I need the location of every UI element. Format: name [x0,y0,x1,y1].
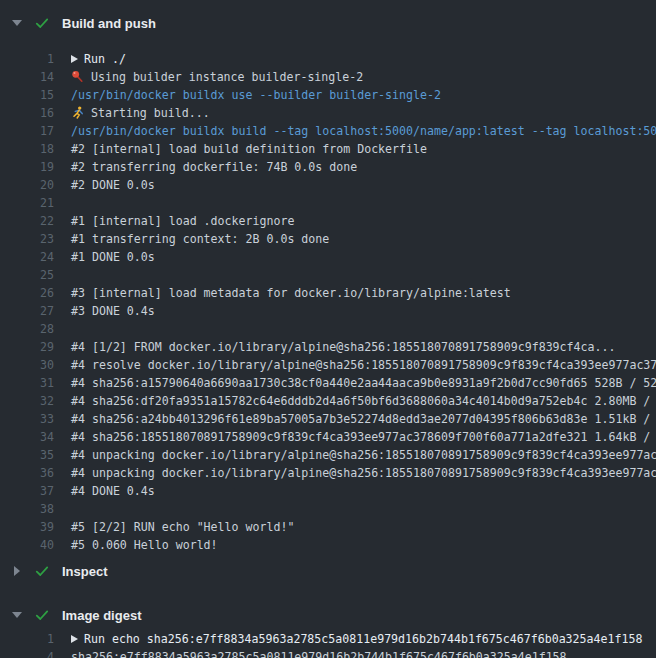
log-text: #2 DONE 0.0s [54,176,656,194]
log-text: #1 [internal] load .dockerignore [54,212,656,230]
line-number[interactable]: 26 [0,284,54,302]
expand-log-icon[interactable] [71,635,78,643]
log-line[interactable]: 1Run echo sha256:e7ff8834a5963a2785c5a08… [0,630,656,648]
log-line: 28 [0,320,656,338]
line-number[interactable]: 23 [0,230,54,248]
log-line: 37#4 DONE 0.4s [0,482,656,500]
section-title: Build and push [62,16,156,31]
line-number[interactable]: 34 [0,428,54,446]
line-number[interactable]: 4 [0,648,54,658]
log-line: 38 [0,500,656,518]
actions-log-viewer: Build and push 1Run ./14Using builder in… [0,0,656,658]
chevron-right-icon[interactable] [11,566,23,576]
log-line: 26#3 [internal] load metadata for docker… [0,284,656,302]
chevron-down-icon[interactable] [11,20,23,26]
line-number[interactable]: 27 [0,302,54,320]
line-number[interactable]: 21 [0,194,54,212]
line-number[interactable]: 40 [0,536,54,554]
log-text: #4 unpacking docker.io/library/alpine@sh… [54,446,656,464]
line-number[interactable]: 28 [0,320,54,338]
log-text: #4 DONE 0.4s [54,482,656,500]
section-title: Inspect [62,564,108,579]
log-text: #2 [internal] load build definition from… [54,140,656,158]
line-number[interactable]: 39 [0,518,54,536]
log-line: 32#4 sha256:df20fa9351a15782c64e6dddb2d4… [0,392,656,410]
log-text: Using builder instance builder-single-2 [54,68,656,86]
command-text: /usr/bin/docker buildx build --tag local… [54,122,656,140]
line-number[interactable]: 35 [0,446,54,464]
line-number[interactable]: 22 [0,212,54,230]
log-line: 4sha256:e7ff8834a5963a2785c5a0811e979d16… [0,648,656,658]
line-number[interactable]: 17 [0,122,54,140]
log-text: #4 [1/2] FROM docker.io/library/alpine@s… [54,338,656,356]
log-line: 34#4 sha256:185518070891758909c9f839cf4c… [0,428,656,446]
line-number[interactable]: 29 [0,338,54,356]
log-line: 22#1 [internal] load .dockerignore [0,212,656,230]
log-line: 21 [0,194,656,212]
command-text: /usr/bin/docker buildx use --builder bui… [54,86,656,104]
log-text: #5 [2/2] RUN echo "Hello world!" [54,518,656,536]
log-line: 14Using builder instance builder-single-… [0,68,656,86]
log-line: 19#2 transferring dockerfile: 74B 0.0s d… [0,158,656,176]
line-number[interactable]: 14 [0,68,54,86]
line-number[interactable]: 32 [0,392,54,410]
pushpin-icon [71,70,84,83]
section-header-build-and-push[interactable]: Build and push [0,0,656,38]
check-icon [34,607,50,623]
log-line: 18#2 [internal] load build definition fr… [0,140,656,158]
section-image-digest: Image digest 1Run echo sha256:e7ff8834a5… [0,604,656,658]
log-line: 25 [0,266,656,284]
section-build-and-push: Build and push 1Run ./14Using builder in… [0,0,656,554]
log-line: 16Starting build... [0,104,656,122]
log-line: 24#1 DONE 0.0s [0,248,656,266]
log-line: 29#4 [1/2] FROM docker.io/library/alpine… [0,338,656,356]
log-text: #4 sha256:df20fa9351a15782c64e6dddb2d4a6… [54,392,656,410]
section-title: Image digest [62,608,141,623]
line-number[interactable]: 1 [0,630,54,648]
log-line: 39#5 [2/2] RUN echo "Hello world!" [0,518,656,536]
check-icon [34,15,50,31]
line-number[interactable]: 31 [0,374,54,392]
log-text: #5 0.060 Hello world! [54,536,656,554]
log-lines: 1Run echo sha256:e7ff8834a5963a2785c5a08… [0,630,656,658]
log-line[interactable]: 1Run ./ [0,50,656,68]
log-text: #3 [internal] load metadata for docker.i… [54,284,656,302]
log-text: Starting build... [54,104,656,122]
log-line: 40#5 0.060 Hello world! [0,536,656,554]
expand-log-icon[interactable] [71,55,78,63]
line-number[interactable]: 38 [0,500,54,518]
line-number[interactable]: 15 [0,86,54,104]
log-text: #4 sha256:a15790640a6690aa1730c38cf0a440… [54,374,656,392]
section-header-inspect[interactable]: Inspect [0,560,656,582]
log-text: #2 transferring dockerfile: 74B 0.0s don… [54,158,656,176]
line-number[interactable]: 20 [0,176,54,194]
log-line: 23#1 transferring context: 2B 0.0s done [0,230,656,248]
log-text: #4 sha256:185518070891758909c9f839cf4ca3… [54,428,656,446]
log-line: 20#2 DONE 0.0s [0,176,656,194]
log-line: 33#4 sha256:a24bb4013296f61e89ba57005a7b… [0,410,656,428]
line-number[interactable]: 18 [0,140,54,158]
log-text [54,194,656,212]
run-command-text: Run echo sha256:e7ff8834a5963a2785c5a081… [54,630,656,648]
line-number[interactable]: 24 [0,248,54,266]
log-text: #3 DONE 0.4s [54,302,656,320]
chevron-down-icon[interactable] [11,612,23,618]
log-text: #1 DONE 0.0s [54,248,656,266]
run-command-text: Run ./ [54,50,656,68]
line-number[interactable]: 19 [0,158,54,176]
line-number[interactable]: 16 [0,104,54,122]
log-lines: 1Run ./14Using builder instance builder-… [0,50,656,554]
line-number[interactable]: 36 [0,464,54,482]
line-number[interactable]: 37 [0,482,54,500]
line-number[interactable]: 1 [0,50,54,68]
log-line: 15/usr/bin/docker buildx use --builder b… [0,86,656,104]
section-header-image-digest[interactable]: Image digest [0,604,656,626]
line-number[interactable]: 25 [0,266,54,284]
section-inspect: Inspect [0,560,656,582]
log-text [54,266,656,284]
line-number[interactable]: 30 [0,356,54,374]
line-number[interactable]: 33 [0,410,54,428]
log-text [54,320,656,338]
log-text: #4 sha256:a24bb4013296f61e89ba57005a7b3e… [54,410,656,428]
log-text: #4 resolve docker.io/library/alpine@sha2… [54,356,656,374]
